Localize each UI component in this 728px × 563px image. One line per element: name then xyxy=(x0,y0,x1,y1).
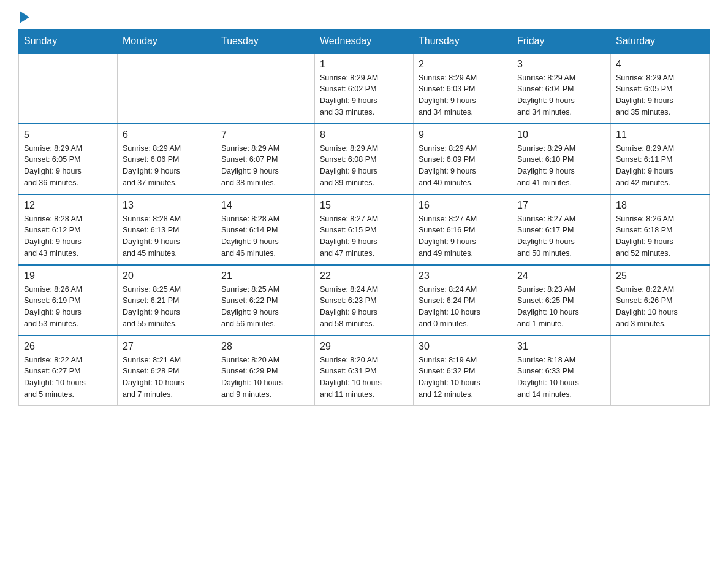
calendar-day-header: Saturday xyxy=(611,29,710,53)
calendar-cell: 1Sunrise: 8:29 AM Sunset: 6:02 PM Daylig… xyxy=(315,53,414,124)
day-info: Sunrise: 8:29 AM Sunset: 6:02 PM Dayligh… xyxy=(320,72,408,118)
calendar-week-row: 12Sunrise: 8:28 AM Sunset: 6:12 PM Dayli… xyxy=(19,194,710,265)
day-number: 22 xyxy=(320,270,408,282)
logo xyxy=(18,12,29,23)
calendar-cell: 6Sunrise: 8:29 AM Sunset: 6:06 PM Daylig… xyxy=(118,124,216,194)
calendar-day-header: Friday xyxy=(512,29,611,53)
day-number: 13 xyxy=(123,200,211,211)
day-info: Sunrise: 8:26 AM Sunset: 6:18 PM Dayligh… xyxy=(616,213,704,259)
day-info: Sunrise: 8:21 AM Sunset: 6:28 PM Dayligh… xyxy=(123,354,211,400)
day-info: Sunrise: 8:29 AM Sunset: 6:11 PM Dayligh… xyxy=(616,143,704,189)
day-info: Sunrise: 8:29 AM Sunset: 6:09 PM Dayligh… xyxy=(419,143,507,189)
calendar-cell: 11Sunrise: 8:29 AM Sunset: 6:11 PM Dayli… xyxy=(611,124,710,194)
calendar-day-header: Sunday xyxy=(19,29,118,53)
calendar-cell: 8Sunrise: 8:29 AM Sunset: 6:08 PM Daylig… xyxy=(315,124,414,194)
calendar-cell: 24Sunrise: 8:23 AM Sunset: 6:25 PM Dayli… xyxy=(512,265,611,335)
day-info: Sunrise: 8:24 AM Sunset: 6:23 PM Dayligh… xyxy=(320,284,408,330)
day-number: 10 xyxy=(517,129,605,140)
calendar-cell xyxy=(611,335,710,406)
day-number: 5 xyxy=(24,129,112,140)
day-info: Sunrise: 8:27 AM Sunset: 6:17 PM Dayligh… xyxy=(517,213,605,259)
calendar-cell: 2Sunrise: 8:29 AM Sunset: 6:03 PM Daylig… xyxy=(414,53,512,124)
day-info: Sunrise: 8:29 AM Sunset: 6:03 PM Dayligh… xyxy=(419,72,507,118)
day-info: Sunrise: 8:28 AM Sunset: 6:12 PM Dayligh… xyxy=(24,213,112,259)
day-number: 1 xyxy=(320,59,408,70)
calendar-week-row: 26Sunrise: 8:22 AM Sunset: 6:27 PM Dayli… xyxy=(19,335,710,406)
calendar-cell: 5Sunrise: 8:29 AM Sunset: 6:05 PM Daylig… xyxy=(19,124,118,194)
calendar-cell: 10Sunrise: 8:29 AM Sunset: 6:10 PM Dayli… xyxy=(512,124,611,194)
day-number: 2 xyxy=(419,59,507,70)
day-info: Sunrise: 8:27 AM Sunset: 6:15 PM Dayligh… xyxy=(320,213,408,259)
day-number: 23 xyxy=(419,270,507,282)
day-number: 27 xyxy=(123,341,211,352)
calendar-header-row: SundayMondayTuesdayWednesdayThursdayFrid… xyxy=(19,29,710,53)
day-info: Sunrise: 8:29 AM Sunset: 6:07 PM Dayligh… xyxy=(221,143,309,189)
calendar-cell: 7Sunrise: 8:29 AM Sunset: 6:07 PM Daylig… xyxy=(216,124,315,194)
page-header xyxy=(18,12,710,23)
calendar-table: SundayMondayTuesdayWednesdayThursdayFrid… xyxy=(18,29,710,406)
day-info: Sunrise: 8:29 AM Sunset: 6:10 PM Dayligh… xyxy=(517,143,605,189)
calendar-cell: 30Sunrise: 8:19 AM Sunset: 6:32 PM Dayli… xyxy=(414,335,512,406)
day-number: 17 xyxy=(517,200,605,211)
calendar-cell: 17Sunrise: 8:27 AM Sunset: 6:17 PM Dayli… xyxy=(512,194,611,265)
day-info: Sunrise: 8:23 AM Sunset: 6:25 PM Dayligh… xyxy=(517,284,605,330)
calendar-cell: 16Sunrise: 8:27 AM Sunset: 6:16 PM Dayli… xyxy=(414,194,512,265)
calendar-day-header: Wednesday xyxy=(315,29,414,53)
day-number: 26 xyxy=(24,341,112,352)
day-number: 29 xyxy=(320,341,408,352)
calendar-cell: 23Sunrise: 8:24 AM Sunset: 6:24 PM Dayli… xyxy=(414,265,512,335)
day-info: Sunrise: 8:29 AM Sunset: 6:04 PM Dayligh… xyxy=(517,72,605,118)
calendar-cell: 20Sunrise: 8:25 AM Sunset: 6:21 PM Dayli… xyxy=(118,265,216,335)
day-info: Sunrise: 8:28 AM Sunset: 6:13 PM Dayligh… xyxy=(123,213,211,259)
day-number: 14 xyxy=(221,200,309,211)
calendar-cell: 22Sunrise: 8:24 AM Sunset: 6:23 PM Dayli… xyxy=(315,265,414,335)
calendar-cell xyxy=(216,53,315,124)
calendar-cell xyxy=(19,53,118,124)
day-number: 18 xyxy=(616,200,704,211)
calendar-week-row: 19Sunrise: 8:26 AM Sunset: 6:19 PM Dayli… xyxy=(19,265,710,335)
calendar-cell: 13Sunrise: 8:28 AM Sunset: 6:13 PM Dayli… xyxy=(118,194,216,265)
day-number: 15 xyxy=(320,200,408,211)
day-info: Sunrise: 8:29 AM Sunset: 6:08 PM Dayligh… xyxy=(320,143,408,189)
day-info: Sunrise: 8:29 AM Sunset: 6:05 PM Dayligh… xyxy=(616,72,704,118)
calendar-cell: 31Sunrise: 8:18 AM Sunset: 6:33 PM Dayli… xyxy=(512,335,611,406)
calendar-cell: 12Sunrise: 8:28 AM Sunset: 6:12 PM Dayli… xyxy=(19,194,118,265)
calendar-cell: 29Sunrise: 8:20 AM Sunset: 6:31 PM Dayli… xyxy=(315,335,414,406)
day-number: 8 xyxy=(320,129,408,140)
calendar-cell: 14Sunrise: 8:28 AM Sunset: 6:14 PM Dayli… xyxy=(216,194,315,265)
day-info: Sunrise: 8:29 AM Sunset: 6:06 PM Dayligh… xyxy=(123,143,211,189)
day-info: Sunrise: 8:18 AM Sunset: 6:33 PM Dayligh… xyxy=(517,354,605,400)
calendar-day-header: Tuesday xyxy=(216,29,315,53)
day-info: Sunrise: 8:19 AM Sunset: 6:32 PM Dayligh… xyxy=(419,354,507,400)
day-info: Sunrise: 8:27 AM Sunset: 6:16 PM Dayligh… xyxy=(419,213,507,259)
day-number: 19 xyxy=(24,270,112,282)
day-number: 6 xyxy=(123,129,211,140)
day-number: 20 xyxy=(123,270,211,282)
day-info: Sunrise: 8:22 AM Sunset: 6:27 PM Dayligh… xyxy=(24,354,112,400)
calendar-cell: 19Sunrise: 8:26 AM Sunset: 6:19 PM Dayli… xyxy=(19,265,118,335)
day-number: 3 xyxy=(517,59,605,70)
calendar-cell: 21Sunrise: 8:25 AM Sunset: 6:22 PM Dayli… xyxy=(216,265,315,335)
logo-arrow-icon xyxy=(20,11,29,23)
calendar-cell: 9Sunrise: 8:29 AM Sunset: 6:09 PM Daylig… xyxy=(414,124,512,194)
day-number: 24 xyxy=(517,270,605,282)
day-info: Sunrise: 8:22 AM Sunset: 6:26 PM Dayligh… xyxy=(616,284,704,330)
day-number: 30 xyxy=(419,341,507,352)
calendar-cell: 28Sunrise: 8:20 AM Sunset: 6:29 PM Dayli… xyxy=(216,335,315,406)
day-number: 12 xyxy=(24,200,112,211)
calendar-week-row: 1Sunrise: 8:29 AM Sunset: 6:02 PM Daylig… xyxy=(19,53,710,124)
calendar-cell: 15Sunrise: 8:27 AM Sunset: 6:15 PM Dayli… xyxy=(315,194,414,265)
day-info: Sunrise: 8:24 AM Sunset: 6:24 PM Dayligh… xyxy=(419,284,507,330)
day-info: Sunrise: 8:20 AM Sunset: 6:29 PM Dayligh… xyxy=(221,354,309,400)
calendar-cell xyxy=(118,53,216,124)
calendar-cell: 3Sunrise: 8:29 AM Sunset: 6:04 PM Daylig… xyxy=(512,53,611,124)
day-number: 4 xyxy=(616,59,704,70)
day-info: Sunrise: 8:29 AM Sunset: 6:05 PM Dayligh… xyxy=(24,143,112,189)
day-number: 28 xyxy=(221,341,309,352)
calendar-cell: 4Sunrise: 8:29 AM Sunset: 6:05 PM Daylig… xyxy=(611,53,710,124)
calendar-cell: 27Sunrise: 8:21 AM Sunset: 6:28 PM Dayli… xyxy=(118,335,216,406)
day-number: 9 xyxy=(419,129,507,140)
day-info: Sunrise: 8:20 AM Sunset: 6:31 PM Dayligh… xyxy=(320,354,408,400)
calendar-day-header: Thursday xyxy=(414,29,512,53)
day-info: Sunrise: 8:25 AM Sunset: 6:21 PM Dayligh… xyxy=(123,284,211,330)
